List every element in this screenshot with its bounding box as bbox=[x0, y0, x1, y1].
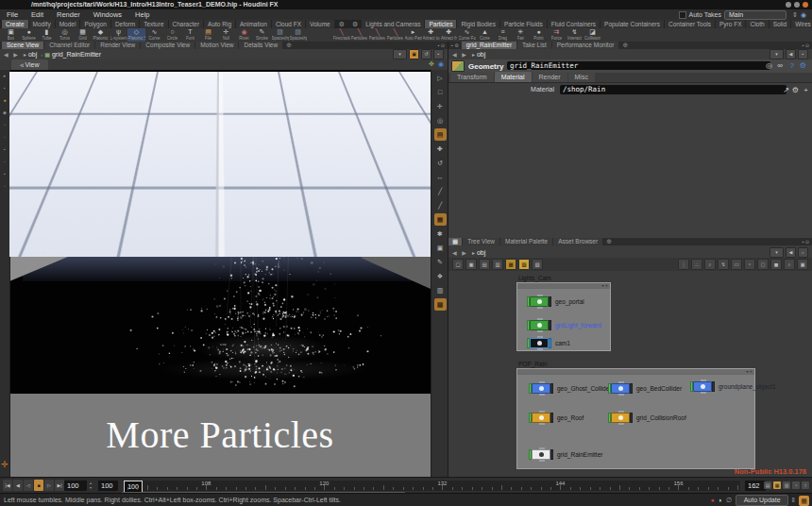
viewport-right-tool-icon-7[interactable]: ↔ bbox=[434, 171, 447, 183]
node-geo-bedcollider[interactable]: geo_BedCollider bbox=[608, 382, 682, 395]
network-option-icon-3[interactable]: ↯ bbox=[718, 259, 729, 270]
network-canvas[interactable]: Non-Public H13.0.178 Lights_Cam▾ ✕geo_po… bbox=[448, 271, 812, 477]
playbar-option-icon-2[interactable]: ▥ bbox=[783, 481, 790, 489]
viewport-left-tool-icon-2[interactable]: ● bbox=[0, 94, 9, 107]
gear-icon[interactable]: ⚙ bbox=[800, 61, 806, 71]
network-option-icon-2[interactable]: ⌕ bbox=[704, 259, 716, 270]
new-tab-icon[interactable]: ⊕ bbox=[619, 42, 631, 49]
node-display-flag[interactable] bbox=[712, 381, 715, 392]
node-display-flag[interactable] bbox=[630, 383, 633, 394]
pane-corner-icons[interactable]: ▪ ⊙ bbox=[803, 238, 812, 245]
shelf-tab-modify[interactable]: Modify bbox=[29, 20, 55, 28]
shelf-tab-model[interactable]: Model bbox=[56, 20, 80, 28]
node-display-flag[interactable] bbox=[550, 449, 553, 460]
tool-grid[interactable]: ▦Grid bbox=[74, 28, 92, 42]
pane-tab-channel-editor[interactable]: Channel Editor bbox=[44, 42, 94, 49]
network-option-icon-7[interactable]: ◼ bbox=[770, 259, 782, 270]
viewport-left-tool-icon-1[interactable]: ▪ bbox=[0, 82, 9, 94]
play-reverse-button[interactable]: ◁ bbox=[24, 480, 33, 491]
tool-particles-f[interactable]: ╲Particles f bbox=[386, 28, 404, 42]
node-output-connector[interactable] bbox=[539, 394, 545, 396]
tool-auto-patro[interactable]: ▸Auto Patro bbox=[404, 28, 422, 42]
path-dropdown-icon[interactable]: ▾ bbox=[393, 49, 407, 59]
viewport-left-tool-icon-0[interactable]: ▸ bbox=[0, 70, 9, 82]
viewport-right-tool-icon-9[interactable]: ╱ bbox=[434, 199, 447, 211]
network-box-pop-rain[interactable]: ▾ ✕geo_Ghost_Collidergeo_BedCollidergrou… bbox=[516, 368, 755, 469]
menu-file[interactable]: File bbox=[0, 9, 25, 20]
network-option-icon-4[interactable]: ▭ bbox=[731, 259, 742, 270]
node-tile[interactable] bbox=[530, 338, 549, 348]
node-output-connector[interactable] bbox=[618, 394, 624, 396]
maximize-button[interactable] bbox=[794, 2, 800, 8]
shelf-tab-cloud-fx[interactable]: Cloud FX bbox=[272, 20, 305, 28]
error-indicator-icon[interactable]: ● bbox=[711, 494, 715, 506]
network-box-header[interactable]: ▾ ✕ bbox=[517, 369, 754, 375]
tool-interact[interactable]: ↯Interact bbox=[566, 28, 584, 42]
network-option-icon-5[interactable]: ▫ bbox=[744, 259, 755, 270]
new-tab-icon[interactable]: ⊕ bbox=[283, 42, 295, 49]
node-input-connector[interactable] bbox=[537, 336, 543, 338]
message-icon[interactable]: ◗ bbox=[719, 494, 722, 506]
pane-tab-scene-view[interactable]: Scene View bbox=[2, 42, 43, 49]
snap-icon[interactable]: ✥ bbox=[429, 60, 434, 68]
node-tile[interactable] bbox=[611, 383, 630, 394]
network-tool-icon-1[interactable]: ▣ bbox=[465, 259, 477, 270]
path-root[interactable]: obj bbox=[26, 51, 39, 58]
node-cam1[interactable]: cam1 bbox=[527, 337, 570, 349]
node-input-connector[interactable] bbox=[618, 411, 624, 413]
tool-sphere[interactable]: ●Sphere bbox=[20, 28, 38, 42]
tool-drag[interactable]: ≡Drag bbox=[494, 28, 512, 42]
node-tile[interactable] bbox=[530, 296, 549, 307]
back-arrow-icon[interactable]: ◀ bbox=[786, 49, 796, 59]
pane-tab-details-view[interactable]: Details View bbox=[239, 42, 282, 49]
menu-render[interactable]: Render bbox=[50, 9, 87, 20]
shelf-gear-icon[interactable]: ⚙ bbox=[348, 20, 362, 28]
pane-tab-render-view[interactable]: Render View bbox=[95, 42, 140, 49]
pane-tab-asset-browser[interactable]: Asset Browser bbox=[553, 238, 602, 245]
shelf-tab-polygon[interactable]: Polygon bbox=[80, 20, 110, 28]
network-box-header[interactable]: ▾ ✕ bbox=[517, 283, 610, 289]
viewport-right-tool-icon-8[interactable]: ╱ bbox=[434, 185, 447, 197]
node-name-input[interactable]: grid_RainEmitter bbox=[507, 61, 770, 70]
tool-attract-fr[interactable]: ✚Attract fr bbox=[440, 28, 458, 42]
tool-tube[interactable]: ▮Tube bbox=[38, 28, 56, 42]
param-tab-misc[interactable]: Misc bbox=[568, 72, 595, 82]
menu-windows[interactable]: Windows bbox=[87, 9, 128, 20]
viewport-badge[interactable] bbox=[412, 76, 426, 85]
current-frame-field[interactable]: 100 bbox=[64, 481, 87, 491]
node-output-connector[interactable] bbox=[537, 307, 543, 309]
param-tab-material[interactable]: Material bbox=[495, 72, 532, 82]
stop-button[interactable]: ■ bbox=[34, 480, 43, 491]
network-tool-icon-2[interactable]: ▤ bbox=[479, 259, 490, 270]
node-grdlight-forward[interactable]: grdLight_forward bbox=[527, 319, 601, 331]
path-node[interactable]: grid_RainEmitter bbox=[50, 51, 103, 58]
pane-corner-icons[interactable]: ▪ ⊙ bbox=[803, 42, 812, 49]
tool-torus[interactable]: ◎Torus bbox=[56, 28, 74, 42]
node-geo-portal[interactable]: geo_portal bbox=[527, 295, 584, 308]
node-display-flag[interactable] bbox=[550, 383, 553, 394]
tool-platonic-s[interactable]: ◇Platonic S bbox=[127, 28, 145, 42]
shelf-tab-animation[interactable]: Animation bbox=[236, 20, 271, 28]
pane-corner-icons[interactable]: ▪ ⊙ bbox=[438, 42, 448, 49]
viewport-left-tool-icon-6[interactable]: ▪ bbox=[0, 143, 9, 156]
timeline-ruler[interactable]: 100 108120132144156 bbox=[122, 480, 741, 492]
node-input-connector[interactable] bbox=[701, 380, 706, 381]
pane-tab-motion-view[interactable]: Motion View bbox=[195, 42, 238, 49]
viewport-right-tool-icon-1[interactable]: □ bbox=[434, 86, 447, 98]
tool-cone[interactable]: ▲Cone bbox=[476, 28, 494, 42]
tool-fan[interactable]: ✳Fan bbox=[512, 28, 530, 42]
pane-tab-take-list[interactable]: Take List bbox=[517, 42, 551, 49]
shelf-tab-wires[interactable]: Wires bbox=[791, 20, 812, 28]
node-input-connector[interactable] bbox=[618, 381, 624, 383]
node-input-connector[interactable] bbox=[537, 318, 543, 320]
range-start-field[interactable]: 100 bbox=[98, 481, 118, 491]
viewport-left-tool-icon-5[interactable]: ◦ bbox=[0, 131, 9, 143]
frame-spinner[interactable]: ▴▾ bbox=[90, 481, 92, 490]
scene-viewport[interactable]: More Particles bbox=[9, 70, 431, 477]
help-icon[interactable]: ? bbox=[790, 61, 794, 71]
material-field-input[interactable]: /shop/Rain bbox=[560, 85, 787, 94]
viewport-left-tool-icon-8[interactable]: ▪ bbox=[0, 168, 9, 180]
network-option-icon-6[interactable]: ◻ bbox=[757, 259, 769, 270]
jump-start-button[interactable]: |◀ bbox=[3, 480, 12, 491]
node-output-connector[interactable] bbox=[539, 423, 545, 425]
